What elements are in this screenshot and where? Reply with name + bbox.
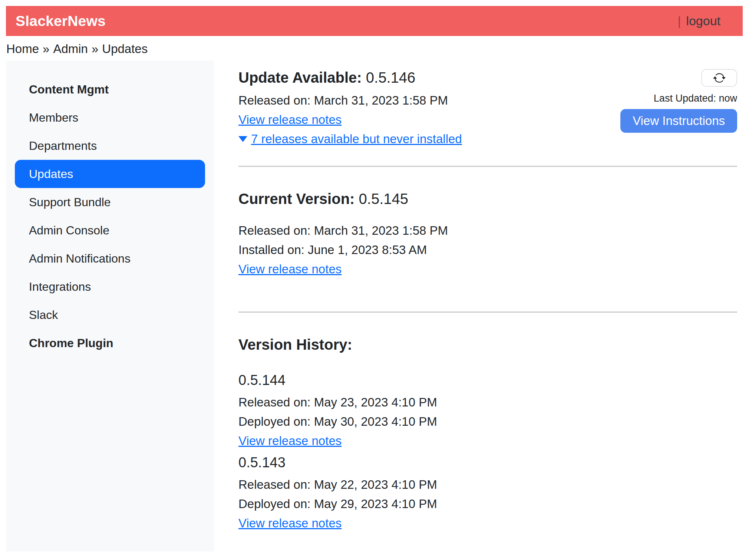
view-instructions-button[interactable]: View Instructions: [620, 109, 737, 133]
release-notes-line: View release notes: [238, 514, 737, 533]
admin-sidebar: Content Mgmt Members Departments Updates…: [6, 60, 214, 551]
history-deployed-on: Deployed on: May 30, 2023 4:10 PM: [238, 412, 737, 431]
current-installed-on: Installed on: June 1, 2023 8:53 AM: [238, 240, 737, 260]
breadcrumb-separator: »: [43, 42, 49, 56]
logout-area: | logout: [678, 14, 720, 28]
history-released-on: Released on: May 22, 2023 4:10 PM: [238, 475, 737, 494]
sidebar-item-integrations[interactable]: Integrations: [15, 273, 205, 301]
history-deployed-on: Deployed on: May 29, 2023 4:10 PM: [238, 494, 737, 514]
refresh-icon: [713, 72, 726, 84]
update-available-title: Update Available:: [238, 69, 362, 86]
section-divider: [238, 166, 737, 167]
version-history-entry: 0.5.143 Released on: May 22, 2023 4:10 P…: [238, 452, 737, 533]
never-installed-toggle-link[interactable]: 7 releases available but never installed: [251, 129, 462, 149]
update-available-version: 0.5.146: [366, 69, 415, 86]
refresh-button[interactable]: [701, 69, 737, 87]
section-divider: [238, 312, 737, 313]
sidebar-item-admin-console[interactable]: Admin Console: [15, 216, 205, 244]
history-released-on: Released on: May 23, 2023 4:10 PM: [238, 393, 737, 412]
view-release-notes-link[interactable]: View release notes: [238, 113, 342, 126]
history-version-number: 0.5.143: [238, 452, 737, 473]
release-notes-line: View release notes: [238, 260, 737, 279]
main-content: Last Updated: now View Instructions Upda…: [214, 60, 743, 551]
update-status-panel: Last Updated: now View Instructions: [620, 69, 737, 133]
breadcrumb: Home»Admin»Updates: [6, 40, 752, 57]
sidebar-item-updates[interactable]: Updates: [15, 160, 205, 188]
breadcrumb-home[interactable]: Home: [6, 42, 39, 56]
logout-link[interactable]: logout: [686, 14, 720, 28]
release-notes-line: View release notes: [238, 431, 737, 451]
current-released-on: Released on: March 31, 2023 1:58 PM: [238, 221, 737, 240]
view-release-notes-link[interactable]: View release notes: [238, 434, 342, 448]
sidebar-item-members[interactable]: Members: [15, 103, 205, 132]
sidebar-item-slack[interactable]: Slack: [15, 301, 205, 329]
logout-separator: |: [678, 14, 681, 28]
view-release-notes-link[interactable]: View release notes: [238, 516, 342, 530]
current-version-number: 0.5.145: [359, 191, 408, 207]
sidebar-item-content-mgmt[interactable]: Content Mgmt: [15, 75, 205, 103]
app-brand: SlackerNews: [16, 13, 106, 29]
breadcrumb-admin[interactable]: Admin: [53, 42, 88, 56]
sidebar-item-departments[interactable]: Departments: [15, 132, 205, 160]
app-header: SlackerNews | logout: [6, 6, 743, 36]
sidebar-item-admin-notifications[interactable]: Admin Notifications: [15, 244, 205, 273]
sidebar-item-chrome-plugin[interactable]: Chrome Plugin: [15, 329, 205, 357]
last-updated-label: Last Updated: now: [654, 92, 737, 105]
caret-down-icon: [238, 136, 247, 142]
view-release-notes-link[interactable]: View release notes: [238, 262, 342, 276]
breadcrumb-updates: Updates: [102, 42, 148, 56]
breadcrumb-separator: »: [92, 42, 98, 56]
version-history-entry: 0.5.144 Released on: May 23, 2023 4:10 P…: [238, 370, 737, 451]
sidebar-item-support-bundle[interactable]: Support Bundle: [15, 188, 205, 216]
version-history-heading: Version History:: [238, 334, 737, 355]
current-version-title: Current Version:: [238, 191, 354, 207]
page-layout: Content Mgmt Members Departments Updates…: [6, 60, 743, 551]
current-version-heading: Current Version: 0.5.145: [238, 188, 737, 209]
history-version-number: 0.5.144: [238, 370, 737, 391]
